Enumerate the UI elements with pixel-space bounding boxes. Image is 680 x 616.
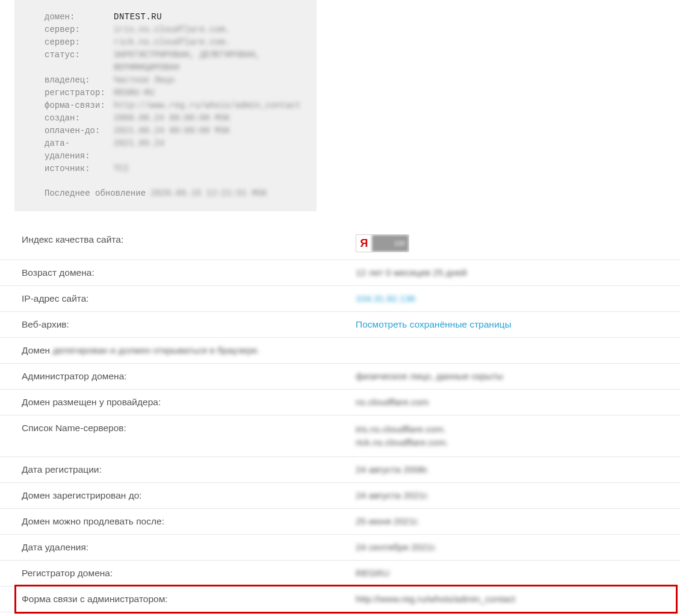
value-quality-index: Я 100 xyxy=(356,234,409,252)
whois-row-label: сервер: xyxy=(45,36,114,49)
whois-row-label: источник: xyxy=(45,163,114,175)
yandex-logo-letter: Я xyxy=(356,237,372,250)
whois-row-value: DNTEST.RU xyxy=(114,11,162,23)
whois-row-label: оплачен-до: xyxy=(45,125,114,137)
whois-row-value: 2021.09.24 xyxy=(114,137,164,163)
whois-row-value: 2021.08.24 00:00:00 MSK xyxy=(114,125,230,137)
row-name-servers: Список Name-серверов: iris.ns.cloudflare… xyxy=(0,415,680,457)
whois-row: дата-удаления:2021.09.24 xyxy=(45,137,300,163)
value-domain-admin: физическое лицо, данные скрыты xyxy=(356,371,503,382)
whois-row-value: rick.ns.cloudflare.com. xyxy=(114,36,230,49)
label-web-archive: Веб-архив: xyxy=(22,319,356,330)
whois-row: сервер:rick.ns.cloudflare.com. xyxy=(45,36,300,49)
row-ip-address: IP-адрес сайта: 104.31.82.136 xyxy=(0,286,680,312)
row-hosting-provider: Домен размещен у провайдера: ns.cloudfla… xyxy=(0,390,680,415)
whois-raw-block: домен:DNTEST.RUсервер:iris.ns.cloudflare… xyxy=(14,0,317,211)
label-renew-after: Домен можно продлевать после: xyxy=(22,516,356,527)
whois-row-label: домен: xyxy=(45,11,114,23)
value-admin-contact-form[interactable]: http://www.reg.ru/whois/admin_contact xyxy=(356,594,515,605)
whois-row: статус:ЗАРЕГИСТРИРОВАН, ДЕЛЕГИРОВАН, ВЕР… xyxy=(45,49,300,74)
whois-row-label: форма-связи: xyxy=(45,99,114,112)
value-deletion-date: 24 сентября 2021г. xyxy=(356,542,437,553)
whois-row-value: REGRU-RU xyxy=(114,87,154,99)
whois-row-value: ЗАРЕГИСТРИРОВАН, ДЕЛЕГИРОВАН, ВЕРИФИЦИРО… xyxy=(114,49,300,74)
row-registration-date: Дата регистрации: 24 августа 2008г. xyxy=(0,457,680,483)
label-deletion-date: Дата удаления: xyxy=(22,542,356,553)
row-admin-contact-form: Форма связи с администратором: http://ww… xyxy=(0,586,680,612)
ns-server-2: rick.ns.cloudflare.com. xyxy=(356,436,448,449)
value-registrar: REGRU xyxy=(356,568,389,579)
row-web-archive: Веб-архив: Посмотреть сохранённые страни… xyxy=(0,312,680,338)
whois-row: оплачен-до:2021.08.24 00:00:00 MSK xyxy=(45,125,300,137)
label-registered-until: Домен зарегистрирован до: xyxy=(22,490,356,501)
value-registered-until: 24 августа 2021г. xyxy=(356,490,429,501)
row-domain-age: Возраст домена: 12 лет 0 месяцев 25 дней xyxy=(0,260,680,286)
label-domain-delegation: Домен делегирован и должен открываться в… xyxy=(22,345,260,356)
whois-row-value: Частное Лицо xyxy=(114,74,175,87)
label-ip-address: IP-адрес сайта: xyxy=(22,293,356,304)
label-registration-date: Дата регистрации: xyxy=(22,464,356,475)
whois-row-value: TCI xyxy=(114,163,129,175)
value-domain-age: 12 лет 0 месяцев 25 дней xyxy=(356,267,467,278)
value-ip-address[interactable]: 104.31.82.136 xyxy=(356,293,415,304)
label-domain-admin: Администратор домена: xyxy=(22,371,356,382)
whois-row-label: сервер: xyxy=(45,23,114,36)
yandex-iks-bar: 100 xyxy=(372,235,409,252)
whois-row: регистратор:REGRU-RU xyxy=(45,87,300,99)
whois-row-value: http://www.reg.ru/whois/admin_contact xyxy=(114,99,301,112)
row-renew-after: Домен можно продлевать после: 25 июня 20… xyxy=(0,509,680,535)
value-name-servers: iris.ns.cloudflare.com. rick.ns.cloudfla… xyxy=(356,423,448,449)
yandex-iks-badge: Я 100 xyxy=(356,234,409,252)
label-quality-index: Индекс качества сайта: xyxy=(22,234,356,245)
whois-row-label: регистратор: xyxy=(45,87,114,99)
whois-row: домен:DNTEST.RU xyxy=(45,11,300,23)
label-admin-contact-form: Форма связи с администратором: xyxy=(22,594,356,605)
link-web-archive[interactable]: Посмотреть сохранённые страницы xyxy=(356,319,512,330)
row-info-retrieved: Информация по домену получена 15 сентябр… xyxy=(0,612,680,616)
domain-delegation-status: делегирован и должен открываться в брауз… xyxy=(52,345,259,355)
whois-row: владелец:Частное Лицо xyxy=(45,74,300,87)
row-registered-until: Домен зарегистрирован до: 24 августа 202… xyxy=(0,483,680,509)
whois-last-updated-label: Последнее обновление xyxy=(45,188,146,198)
row-deletion-date: Дата удаления: 24 сентября 2021г. xyxy=(0,535,680,561)
whois-row: источник:TCI xyxy=(45,163,300,175)
label-domain-age: Возраст домена: xyxy=(22,267,356,278)
domain-info-table: Индекс качества сайта: Я 100 Возраст дом… xyxy=(0,227,680,616)
whois-row: сервер:iris.ns.cloudflare.com. xyxy=(45,23,300,36)
domain-delegation-prefix: Домен xyxy=(22,345,50,355)
whois-row-label: создан: xyxy=(45,112,114,125)
whois-row-value: iris.ns.cloudflare.com. xyxy=(114,23,230,36)
whois-last-updated: Последнее обновление 2020.09.15 12:21:51… xyxy=(45,188,300,198)
whois-row: создан:2008.08.24 00:00:00 MSK xyxy=(45,112,300,125)
ns-server-1: iris.ns.cloudflare.com. xyxy=(356,423,448,436)
label-name-servers: Список Name-серверов: xyxy=(22,423,356,434)
whois-row-value: 2008.08.24 00:00:00 MSK xyxy=(114,112,230,125)
row-quality-index: Индекс качества сайта: Я 100 xyxy=(0,227,680,260)
whois-row-label: статус: xyxy=(45,49,114,74)
row-domain-delegation: Домен делегирован и должен открываться в… xyxy=(0,338,680,364)
row-domain-admin: Администратор домена: физическое лицо, д… xyxy=(0,364,680,390)
whois-row: форма-связи:http://www.reg.ru/whois/admi… xyxy=(45,99,300,112)
whois-row-label: дата-удаления: xyxy=(45,137,114,163)
label-registrar: Регистратор домена: xyxy=(22,568,356,579)
value-hosting-provider: ns.cloudflare.com xyxy=(356,397,428,408)
value-renew-after: 25 июня 2021г. xyxy=(356,516,419,527)
row-registrar: Регистратор домена: REGRU xyxy=(0,561,680,586)
value-registration-date: 24 августа 2008г. xyxy=(356,464,429,475)
whois-row-label: владелец: xyxy=(45,74,114,87)
label-hosting-provider: Домен размещен у провайдера: xyxy=(22,397,356,408)
whois-last-updated-value: 2020.09.15 12:21:51 MSK xyxy=(150,188,267,198)
